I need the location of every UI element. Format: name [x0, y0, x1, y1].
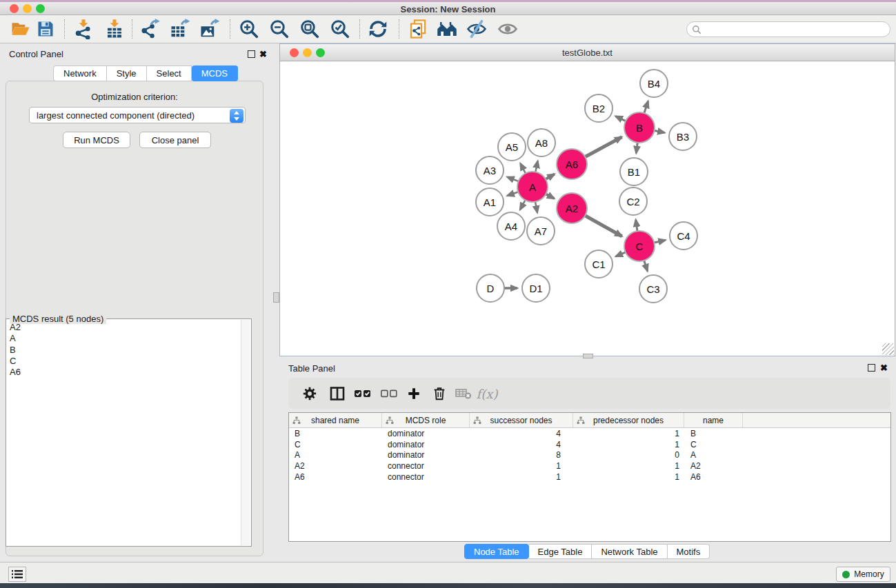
graph-node-C4[interactable]: C4 [669, 221, 698, 250]
houses-icon[interactable] [433, 17, 461, 41]
result-scrollbar[interactable] [241, 320, 250, 545]
graph-node-B3[interactable]: B3 [668, 122, 697, 151]
mcds-result-item[interactable]: A [10, 333, 240, 344]
table-cell[interactable]: 1 [470, 472, 573, 482]
tab-select[interactable]: Select [147, 65, 192, 81]
tab-network[interactable]: Network [53, 65, 107, 81]
graph-node-C[interactable]: C [624, 230, 655, 262]
column-header-shared-name[interactable]: shared name [289, 413, 382, 427]
close-table-panel-icon[interactable]: ✖ [880, 364, 888, 372]
column-header-successor-nodes[interactable]: successor nodes [470, 413, 573, 427]
table-row[interactable]: A2connector11A2 [289, 460, 890, 472]
gear-icon[interactable] [299, 383, 321, 405]
splitter-handle-horizontal[interactable] [583, 354, 593, 358]
table-cell[interactable]: 1 [470, 461, 573, 471]
close-panel-icon[interactable]: ✖ [259, 50, 267, 58]
graph-node-A2[interactable]: A2 [556, 192, 588, 224]
tab-motifs[interactable]: Motifs [668, 544, 710, 559]
float-table-panel-icon[interactable] [868, 364, 875, 372]
graph-node-C3[interactable]: C3 [639, 274, 668, 303]
zoom-fit-icon[interactable] [296, 17, 323, 41]
copy-network-icon[interactable] [404, 17, 432, 41]
table-cell[interactable]: C [684, 440, 743, 449]
table-cell[interactable]: 1 [573, 472, 684, 482]
split-columns-icon[interactable] [326, 383, 348, 405]
tab-edge-table[interactable]: Edge Table [529, 544, 593, 559]
splitter-handle-vertical[interactable] [273, 292, 279, 303]
graph-node-A6[interactable]: A6 [556, 148, 588, 180]
table-row[interactable]: A6connector11A6 [289, 472, 890, 483]
column-header-name[interactable]: name [684, 413, 743, 427]
mcds-result-item[interactable]: B [10, 345, 240, 356]
task-history-button[interactable] [8, 567, 26, 582]
table-row[interactable]: Cdominator41C [289, 439, 890, 450]
refresh-icon[interactable] [364, 17, 392, 41]
import-table-icon[interactable] [101, 17, 128, 41]
zoom-out-icon[interactable] [266, 17, 293, 41]
table-cell[interactable]: B [684, 429, 743, 438]
memory-button[interactable]: Memory [836, 567, 890, 582]
hide-eye-icon[interactable] [463, 17, 490, 41]
graph-node-A1[interactable]: A1 [475, 187, 504, 216]
table-cell[interactable]: A2 [289, 461, 382, 471]
graph-node-A4[interactable]: A4 [497, 212, 526, 241]
close-panel-button[interactable]: Close panel [139, 132, 211, 148]
graph-node-C1[interactable]: C1 [584, 250, 613, 278]
float-panel-icon[interactable] [248, 50, 255, 58]
export-image-icon[interactable] [196, 17, 223, 41]
table-cell[interactable]: A [289, 450, 382, 460]
table-cell[interactable]: 1 [573, 429, 684, 438]
open-folder-icon[interactable] [7, 17, 34, 41]
mcds-result-item[interactable]: A6 [10, 367, 240, 378]
graph-node-A3[interactable]: A3 [475, 156, 504, 185]
graph-node-B1[interactable]: B1 [619, 157, 648, 186]
table-cell[interactable]: 4 [470, 429, 573, 438]
run-mcds-button[interactable]: Run MCDS [63, 132, 130, 148]
tab-mcds[interactable]: MCDS [192, 65, 238, 81]
delete-table-icon[interactable] [452, 383, 475, 405]
tab-node-table[interactable]: Node Table [464, 544, 529, 559]
network-window-titlebar[interactable]: testGlobe.txt [280, 44, 895, 61]
table-cell[interactable]: A2 [684, 461, 743, 471]
graph-node-A8[interactable]: A8 [527, 128, 556, 157]
table-cell[interactable]: connector [382, 472, 470, 482]
table-cell[interactable]: A6 [289, 472, 382, 482]
import-network-icon[interactable] [70, 17, 97, 41]
network-canvas[interactable]: AA1A2A3A4A5A6A7A8BB1B2B3B4CC1C2C3C4DD1 [280, 61, 895, 356]
table-cell[interactable]: 1 [573, 440, 684, 449]
zoom-in-icon[interactable] [235, 17, 263, 41]
criterion-select[interactable]: largest connected component (directed) [29, 107, 246, 123]
graph-node-D[interactable]: D [476, 274, 505, 303]
table-row[interactable]: Adominator80A [289, 449, 890, 460]
column-header-predecessor-nodes[interactable]: predecessor nodes [573, 413, 684, 427]
export-network-icon[interactable] [137, 17, 164, 41]
graph-node-C2[interactable]: C2 [619, 187, 648, 216]
zoom-selected-icon[interactable] [326, 17, 354, 41]
resize-grip[interactable] [882, 343, 894, 355]
delete-icon[interactable] [428, 383, 450, 405]
table-cell[interactable]: A6 [684, 472, 743, 482]
add-column-icon[interactable] [403, 383, 425, 405]
table-cell[interactable]: B [289, 429, 382, 438]
table-cell[interactable]: connector [382, 461, 470, 471]
node-table[interactable]: shared name MCDS role successor nodes pr… [288, 412, 891, 542]
tab-style[interactable]: Style [107, 65, 147, 81]
select-all-columns-icon[interactable] [352, 383, 374, 405]
eye-icon[interactable] [494, 17, 521, 41]
graph-node-A[interactable]: A [517, 171, 548, 203]
graph-node-B4[interactable]: B4 [639, 69, 668, 98]
tab-network-table[interactable]: Network Table [592, 544, 667, 559]
export-table-icon[interactable] [166, 17, 194, 41]
table-cell[interactable]: 1 [573, 461, 684, 471]
graph-node-D1[interactable]: D1 [521, 274, 550, 303]
search-box[interactable] [686, 21, 890, 37]
table-cell[interactable]: dominator [382, 440, 470, 449]
function-builder-icon[interactable]: f(x) [476, 383, 498, 405]
table-cell[interactable]: dominator [382, 429, 470, 438]
table-cell[interactable]: C [289, 440, 382, 449]
table-cell[interactable]: 4 [470, 440, 573, 449]
graph-node-A7[interactable]: A7 [526, 216, 555, 245]
table-cell[interactable]: A [684, 450, 743, 460]
table-cell[interactable]: 8 [470, 450, 573, 460]
graph-node-A5[interactable]: A5 [497, 132, 526, 161]
